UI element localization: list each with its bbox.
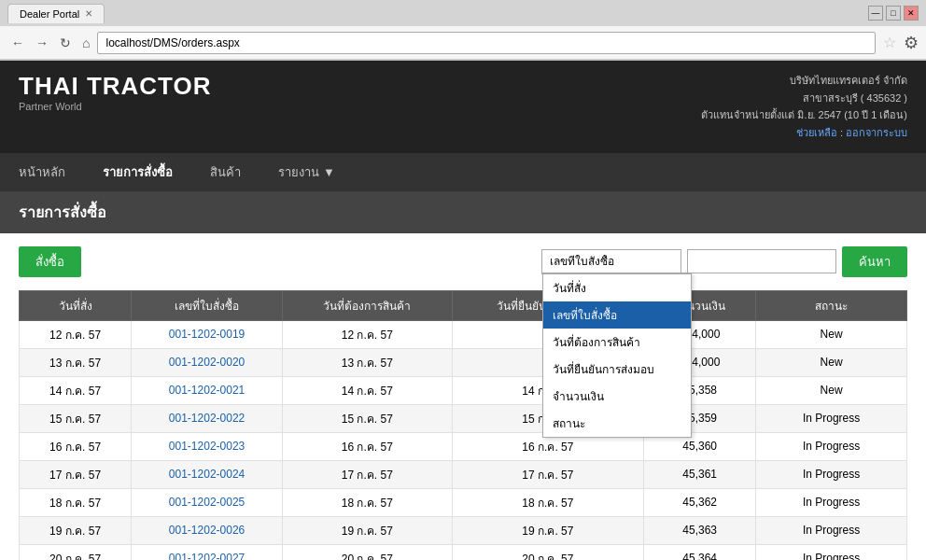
page-title-bar: รายการสั่งซื้อ [0,191,926,233]
cell-date: 17 ก.ค. 57 [20,460,132,488]
cell-needdate: 15 ก.ค. 57 [282,404,452,432]
nav-orders[interactable]: รายการสั่งซื้อ [84,153,191,191]
cell-needdate: 16 ก.ค. 57 [282,432,452,460]
page: THAI TRACTOR Partner World บริษัทไทยแทรค… [0,61,926,560]
help-link[interactable]: ช่วยเหลือ [796,127,837,138]
cell-confirmdate: 19 ก.ค. 57 [452,516,643,544]
nav-home[interactable]: หน้าหลัก [0,153,84,191]
branch-name: สาขาสระบุรี ( 435632 ) [701,90,907,107]
cell-amount: 45,361 [644,460,756,488]
page-title: รายการสั่งซื้อ [19,201,907,224]
cell-orderno[interactable]: 001-1202-0022 [132,404,283,432]
cell-orderno[interactable]: 001-1202-0027 [132,544,283,560]
nav-reports[interactable]: รายงาน ▼ [260,153,354,191]
cell-amount: 45,362 [644,488,756,516]
content-area: สั่งซื้อ วันที่สั่ง เลขที่ใบสั่งซื้อ วัน… [0,233,926,560]
cell-needdate: 12 ก.ค. 57 [282,320,452,348]
search-input[interactable] [687,249,836,273]
cell-orderno[interactable]: 001-1202-0019 [132,320,283,348]
logo-sub: Partner World [19,101,212,112]
cell-orderno[interactable]: 001-1202-0023 [132,432,283,460]
cell-status: In Progress [756,404,907,432]
cell-orderno[interactable]: 001-1202-0025 [132,488,283,516]
help-logout: ช่วยเหลือ : ออกจากระบบ [701,124,907,142]
search-dropdown-menu: วันที่สั่ง เลขที่ใบสั่งซื้อ วันที่ต้องกา… [541,273,691,274]
logo-title: THAI TRACTOR [19,72,212,101]
extension-icon: ⚙ [904,33,919,53]
cell-date: 13 ก.ค. 57 [20,348,132,376]
orders-table: วันที่สั่ง เลขที่ใบสั่งซื้อ วันที่ต้องกา… [19,290,907,560]
table-row: 18 ก.ค. 57 001-1202-0025 18 ก.ค. 57 18 ก… [20,488,907,516]
cell-confirmdate: 18 ก.ค. 57 [452,488,643,516]
browser-chrome: Dealer Portal ✕ — □ ✕ ← → ↻ ⌂ ☆ ⚙ [0,0,926,61]
cell-amount: 45,363 [644,516,756,544]
cell-needdate: 14 ก.ค. 57 [282,376,452,404]
cell-status: New [756,320,907,348]
cell-orderno[interactable]: 001-1202-0021 [132,376,283,404]
cell-confirmdate: 17 ก.ค. 57 [452,460,643,488]
cell-orderno[interactable]: 001-1202-0026 [132,516,283,544]
nav-products[interactable]: สินค้า [191,153,260,191]
cell-orderno[interactable]: 001-1202-0024 [132,460,283,488]
tab-label: Dealer Portal [20,8,79,20]
cell-date: 14 ก.ค. 57 [20,376,132,404]
close-button[interactable]: ✕ [904,6,919,21]
browser-titlebar: Dealer Portal ✕ — □ ✕ [0,0,926,26]
cell-confirmdate: 20 ก.ค. 57 [452,544,643,560]
search-filter-select[interactable]: วันที่สั่ง เลขที่ใบสั่งซื้อ วันที่ต้องกา… [541,249,681,273]
window-controls: — □ ✕ [868,6,919,21]
dd-option-2[interactable]: วันที่ต้องการสินค้า [543,329,691,356]
logout-link[interactable]: ออกจากระบบ [846,127,907,138]
cell-needdate: 13 ก.ค. 57 [282,348,452,376]
search-bar: สั่งซื้อ วันที่สั่ง เลขที่ใบสั่งซื้อ วัน… [19,246,907,277]
cell-status: In Progress [756,544,907,560]
dd-option-4[interactable]: จำนวนเงิน [543,383,691,410]
tab-close-icon[interactable]: ✕ [85,8,92,19]
table-body: 12 ก.ค. 57 001-1202-0019 12 ก.ค. 57 124,… [20,320,907,560]
dropdown-arrow-icon: ▼ [323,165,335,179]
col-header-date: วันที่สั่ง [20,290,132,320]
cell-needdate: 20 ก.ค. 57 [282,544,452,560]
cell-status: New [756,376,907,404]
col-header-needdate: วันที่ต้องการสินค้า [282,290,452,320]
cell-status: In Progress [756,432,907,460]
order-button[interactable]: สั่งซื้อ [19,246,81,277]
cell-date: 20 ก.ค. 57 [20,544,132,560]
header-info: บริษัทไทยแทรคเตอร์ จำกัด สาขาสระบุรี ( 4… [701,72,907,142]
browser-tab[interactable]: Dealer Portal ✕ [7,4,105,23]
dd-option-0[interactable]: วันที่สั่ง [543,274,691,301]
restore-button[interactable]: □ [886,6,901,21]
home-button[interactable]: ⌂ [78,34,93,52]
table-row: 13 ก.ค. 57 001-1202-0020 13 ก.ค. 57 124,… [20,348,907,376]
dd-option-1[interactable]: เลขที่ใบสั่งซื้อ [543,301,691,329]
since-info: ตัวแทนจำหน่ายตั้งแต่ มิ.ย. 2547 (10 ปี 1… [701,106,907,124]
dd-option-5[interactable]: สถานะ [543,410,691,437]
cell-status: In Progress [756,460,907,488]
bookmark-icon[interactable]: ☆ [879,34,900,51]
cell-needdate: 18 ก.ค. 57 [282,488,452,516]
cell-date: 18 ก.ค. 57 [20,488,132,516]
browser-toolbar: ← → ↻ ⌂ ☆ ⚙ [0,26,926,60]
main-nav: หน้าหลัก รายการสั่งซื้อ สินค้า รายงาน ▼ [0,153,926,191]
cell-amount: 45,364 [644,544,756,560]
reload-button[interactable]: ↻ [56,34,75,52]
minimize-button[interactable]: — [868,6,883,21]
dd-option-3[interactable]: วันที่ยืนยันการส่งมอบ [543,356,691,383]
back-button[interactable]: ← [7,34,28,52]
cell-orderno[interactable]: 001-1202-0020 [132,348,283,376]
cell-needdate: 17 ก.ค. 57 [282,460,452,488]
forward-button[interactable]: → [32,34,52,52]
dropdown-menu: วันที่สั่ง เลขที่ใบสั่งซื้อ วันที่ต้องกา… [542,273,692,438]
cell-date: 12 ก.ค. 57 [20,320,132,348]
search-button[interactable]: ค้นหา [842,246,907,277]
cell-date: 19 ก.ค. 57 [20,516,132,544]
table-row: 16 ก.ค. 57 001-1202-0023 16 ก.ค. 57 16 ก… [20,432,907,460]
table-row: 15 ก.ค. 57 001-1202-0022 15 ก.ค. 57 15 ก… [20,404,907,432]
company-name: บริษัทไทยแทรคเตอร์ จำกัด [701,72,907,90]
cell-status: In Progress [756,516,907,544]
table-row: 20 ก.ค. 57 001-1202-0027 20 ก.ค. 57 20 ก… [20,544,907,560]
table-row: 19 ก.ค. 57 001-1202-0026 19 ก.ค. 57 19 ก… [20,516,907,544]
table-header-row: วันที่สั่ง เลขที่ใบสั่งซื้อ วันที่ต้องกา… [20,290,907,320]
cell-status: New [756,348,907,376]
address-bar[interactable] [97,32,876,54]
